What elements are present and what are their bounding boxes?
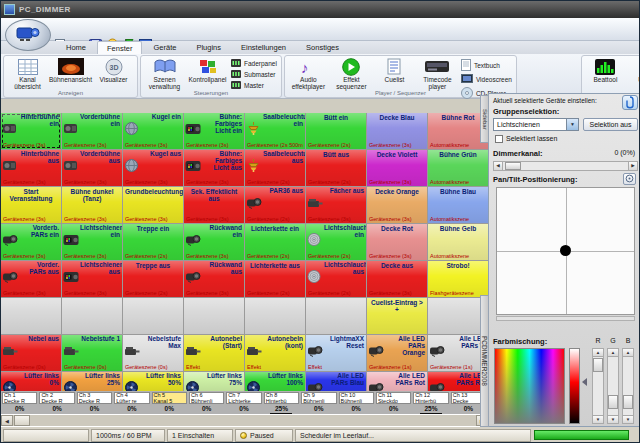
scene-button-saalbeleuchtung-ein[interactable]: Saalbeleuchtung einGeräteszene (2s 500m [245, 113, 305, 149]
scene-button-b-hne-rot[interactable]: Bühne RotAutomatikszene [428, 113, 488, 149]
scene-button-decke-aus[interactable]: Decke ausGeräteszene (3s) [367, 261, 427, 297]
ribbon-button-kanal-bersicht[interactable]: Kanal übersicht [6, 56, 49, 90]
brightness-bar[interactable] [569, 348, 580, 424]
dimmer-slider[interactable]: ◀ ▶ [493, 161, 638, 171]
ribbon-button-visualizer[interactable]: 3DVisualizer [92, 56, 135, 83]
application-menu-button[interactable] [5, 19, 51, 51]
channel-fader-ch-6[interactable]: Ch 6Bühnenli0% [188, 391, 225, 414]
channel-fader-ch-10[interactable]: Ch 10Bühnenli0% [338, 391, 375, 414]
ribbon-button-cuelist[interactable]: Cuelist [373, 56, 416, 83]
channel-fader-ch-12[interactable]: Ch 12Hinterbü25% [412, 391, 449, 414]
pin-button[interactable] [622, 95, 638, 110]
ribbon-button-textbuch[interactable]: Textbuch [461, 59, 512, 72]
ribbon-button-videoscreen[interactable]: Videoscreen [461, 74, 512, 85]
channel-fader-ch-11[interactable]: Ch 11Steckdo0% [375, 391, 412, 414]
chevron-down-icon[interactable]: ▼ [566, 119, 578, 130]
scene-button-lichtschlauch-ein[interactable]: Lichtschlauch einGeräteszene (2s) [306, 224, 366, 260]
scene-button-b-hne-blau[interactable]: Bühne BlauAutomatikszene [428, 187, 488, 223]
scene-button-cuelist-eintrag[interactable]: Cuelist-Eintrag > + [367, 298, 427, 334]
scene-button-empty[interactable] [428, 298, 488, 334]
ribbon-button-uhrzeit[interactable]: Uhrzeit [627, 56, 640, 83]
scene-button-empty[interactable] [62, 298, 122, 334]
scene-button-alle-led-pars-orange[interactable]: Alle LED PARs OrangeGeräteszene (1s) [367, 335, 427, 371]
channel-label[interactable]: Ch 5Kanal 5 [152, 392, 187, 404]
scene-button-hinterb-hne-aus[interactable]: Hinterbühne ausGeräteszene (3s) [1, 150, 61, 186]
red-channel-slider[interactable]: ▲▼ [592, 348, 604, 424]
scene-button-lichterkette-aus[interactable]: Lichterkette ausGeräteszene (2s) [245, 261, 305, 297]
scroll-left-icon[interactable]: ◀ [1, 415, 13, 426]
horizontal-scrollbar[interactable]: ◀ ▶ [1, 414, 488, 426]
group-selection-dropdown[interactable]: Lichtschienen ▼ [493, 118, 579, 131]
ribbon-button-kontrollpanel[interactable]: Kontrollpanel [186, 56, 229, 83]
ribbon-button-effekt-sequenzer[interactable]: Effekt sequenzer [330, 56, 373, 90]
scene-button-nebelstufe-max[interactable]: Nebelstufe MaxGeräteszene (0s) [123, 335, 183, 371]
ribbon-button-audio-effektplayer[interactable]: ♪Audio effektplayer [287, 56, 330, 90]
tab-einstellungen[interactable]: Einstellungen [232, 41, 295, 54]
scene-button-vorder-pars-aus[interactable]: Vorder. PARs ausGeräteszene (3s) [1, 261, 61, 297]
scene-button-alle-led-pars-blau[interactable]: Alle LED PARs Blau [306, 372, 366, 391]
scene-button-start-veranstaltung[interactable]: Start VeranstaltungGeräteszene (3s) [1, 187, 61, 223]
sidebar-tab[interactable]: Sidebar [480, 95, 489, 143]
scene-button-kugel-aus[interactable]: Kugel ausGeräteszene (3s) [123, 150, 183, 186]
scene-button-vorderb-pars-ein[interactable]: Vorderb. PARs einGeräteszene (3s) [1, 224, 61, 260]
color-picker-field[interactable] [494, 348, 565, 424]
dimmer-slider-thumb[interactable] [505, 162, 521, 170]
scene-button-nebel-aus[interactable]: Nebel ausGeräteszene (0s) [1, 335, 61, 371]
channel-fader-ch-2[interactable]: Ch 2Decke R0% [38, 391, 75, 414]
scene-button-decke-blau[interactable]: Decke BlauGeräteszene (3s) [367, 113, 427, 149]
channel-label[interactable]: Ch 7Lichterke [226, 392, 261, 404]
scene-button-alle-led-pars-rot[interactable]: Alle LED PARs Rot [428, 372, 488, 391]
scene-button-kugel-ein[interactable]: Kugel einGeräteszene (3s) [123, 113, 183, 149]
scene-button-f-cher-aus[interactable]: Fächer ausGeräteszene (3s) [306, 187, 366, 223]
channel-fader-ch-3[interactable]: Ch 3Decke R0% [76, 391, 113, 414]
channel-fader-ch-4[interactable]: Ch 4Lüfter re0% [113, 391, 150, 414]
channel-label[interactable]: Ch 8Hinterbü [264, 392, 299, 404]
channel-label[interactable]: Ch 10Bühnenli [339, 392, 374, 404]
brightness-marker-icon[interactable] [582, 378, 587, 386]
scene-button-treppe-ein[interactable]: Treppe einGeräteszene (2s) [123, 224, 183, 260]
tab-fenster[interactable]: Fenster [97, 41, 142, 54]
scene-button-hinterb-hne-ein[interactable]: Hinterbühne einGeräteszene (3s) [1, 113, 61, 149]
channel-label[interactable]: Ch 4Lüfter re [114, 392, 149, 404]
ribbon-button-szenen-verwaltung[interactable]: Szenen verwaltung [143, 56, 186, 90]
scrollbar-thumb[interactable] [14, 415, 30, 426]
scene-button-r-ckwand-aus[interactable]: Rückwand ausGeräteszene (3s) [184, 261, 244, 297]
scene-button-par36-aus[interactable]: PAR36 ausGeräteszene (2s) [245, 187, 305, 223]
scene-button-b-tt-aus[interactable]: Bütt ausGeräteszene (2s) [306, 150, 366, 186]
channel-label[interactable]: Ch 9Bühnenli [301, 392, 336, 404]
tab-plugins[interactable]: Plugins [187, 41, 230, 54]
scene-button-treppe-aus[interactable]: Treppe ausGeräteszene (2s) [123, 261, 183, 297]
scene-button-decke-rot[interactable]: Decke RotGeräteszene (3s) [367, 224, 427, 260]
selection-off-button[interactable]: Selektion aus [583, 118, 638, 131]
scene-button-sek-effektlicht-aus[interactable]: Sek. Effektlicht ausGeräteszene (3s) [184, 187, 244, 223]
pantilt-fine-slider[interactable] [496, 316, 635, 321]
channel-fader-ch-5[interactable]: Ch 5Kanal 50% [151, 391, 188, 414]
ribbon-button-timecode-player[interactable]: Timecode player [416, 56, 459, 90]
scene-button-l-fter-links-75[interactable]: Lüfter links 75% [184, 372, 244, 391]
scene-button-vorderb-hne-ein[interactable]: Vorderbühne einGeräteszene (3s) [62, 113, 122, 149]
channel-label[interactable]: Ch 12Hinterbü [413, 392, 448, 404]
scene-button-b-tt-ein[interactable]: Bütt einGeräteszene (2s) [306, 113, 366, 149]
scene-button-empty[interactable] [1, 298, 61, 334]
scene-button-lightmaxx-reset[interactable]: LightmaXX ResetEffekt [306, 335, 366, 371]
keep-selected-checkbox[interactable] [495, 135, 503, 143]
ribbon-button-b-hnenansicht[interactable]: Bühnenansicht [49, 56, 92, 83]
channel-label[interactable]: Ch 2Decke R [39, 392, 74, 404]
scene-button-alle-led-pars-w[interactable]: Alle LED PARs WGeräteszene (1s) [428, 335, 488, 371]
scene-button-saalbeleuchtung-aus[interactable]: Saalbeleuchtung ausGeräteszene (2s) [245, 150, 305, 186]
pantilt-pad[interactable] [496, 187, 635, 315]
scene-button-nebelstufe-1[interactable]: Nebelstufe 1Geräteszene (0s) [62, 335, 122, 371]
scene-button-autonebel-start[interactable]: Autonebel (Start)Effekt [184, 335, 244, 371]
scene-button-autonebeln-kont[interactable]: Autonebeln (kont)Effekt [245, 335, 305, 371]
scene-button-alle-led-pars-rot[interactable]: Alle LED PARs Rot [367, 372, 427, 391]
scene-button-grundbeleuchtung[interactable]: GrundbeleuchtungGeräteszene (3s) [123, 187, 183, 223]
scene-button-empty[interactable] [306, 298, 366, 334]
channel-fader-ch-9[interactable]: Ch 9Bühnenli0% [300, 391, 337, 414]
scene-button-l-fter-links-50[interactable]: Lüfter links 50% [123, 372, 183, 391]
pantilt-position-dot[interactable] [560, 245, 571, 256]
scene-button-l-fter-links-100[interactable]: Lüfter links 100% [245, 372, 305, 391]
scene-button-l-fter-links-25[interactable]: Lüfter links 25% [62, 372, 122, 391]
channel-fader-ch-7[interactable]: Ch 7Lichterke0% [225, 391, 262, 414]
channel-label[interactable]: Ch 6Bühnenli [189, 392, 224, 404]
tab-sonstiges[interactable]: Sonstiges [297, 41, 348, 54]
